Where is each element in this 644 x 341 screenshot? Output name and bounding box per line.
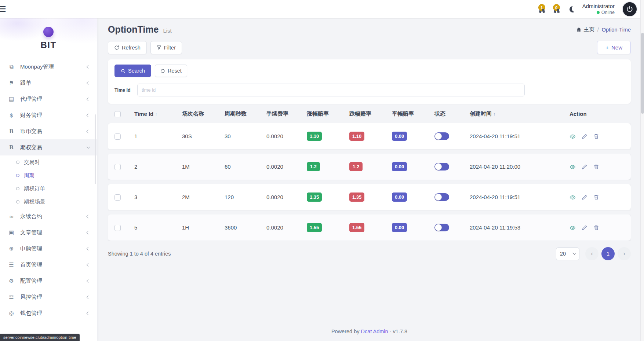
status-toggle[interactable] (434, 132, 449, 140)
delete-trash-icon[interactable] (593, 133, 599, 139)
page-size-select[interactable]: 20 (556, 247, 579, 260)
sidebar-item-subscription[interactable]: ⊕ 申购管理 (0, 241, 97, 257)
header-flat-rate: 平幅赔率 (389, 109, 432, 119)
sidebar-item-follow-orders[interactable]: ⚑ 跟单 (0, 75, 97, 91)
footer-version: v1.7.8 (393, 329, 408, 334)
sidebar-item-finance[interactable]: $ 财务管理 (0, 107, 97, 123)
cell-fee: 0.0020 (263, 184, 304, 210)
delete-trash-icon[interactable] (593, 225, 599, 231)
sort-asc-icon: ↑ (155, 111, 157, 117)
user-info[interactable]: Administrator Online (582, 3, 615, 15)
edit-pencil-icon[interactable] (582, 164, 587, 170)
header-down-rate: 跌幅赔率 (346, 109, 389, 119)
medal-badge-icon-2[interactable]: 0 (553, 4, 560, 14)
chevron-left-icon (87, 129, 90, 133)
submenu-item-trading-pairs[interactable]: 交易对 (0, 155, 97, 169)
brand-logo-icon (43, 27, 54, 37)
hamburger-menu-icon[interactable]: ☰ (0, 5, 6, 14)
dark-mode-moon-icon[interactable] (568, 6, 575, 13)
list-icon: ☰ (7, 261, 15, 268)
edit-pencil-icon[interactable] (582, 225, 587, 231)
cell-time-id: 2 (131, 154, 179, 180)
breadcrumb-separator: / (597, 27, 599, 33)
current-page-button[interactable]: 1 (601, 247, 615, 260)
time-id-input[interactable] (137, 84, 525, 96)
sidebar-item-label: 跟单 (20, 80, 82, 87)
sidebar-item-moonpay[interactable]: ⧉ Moonpay管理 (0, 59, 97, 75)
cell-seconds: 3600 (222, 214, 263, 241)
row-checkbox[interactable] (114, 194, 121, 201)
cell-name: 2M (179, 184, 222, 210)
flag-icon: ⚑ (7, 80, 15, 86)
time-id-field-label: Time Id (114, 88, 137, 93)
toolbar: Refresh Filter + New (108, 41, 631, 54)
medal-badge-icon-1[interactable]: 1 (538, 4, 546, 14)
cell-fee: 0.0020 (263, 214, 304, 241)
view-eye-icon[interactable] (570, 164, 576, 170)
sidebar-item-agents[interactable]: ▤ 代理管理 (0, 91, 97, 107)
row-checkbox[interactable] (114, 133, 121, 140)
sidebar-item-config[interactable]: ⚙ 配置管理 (0, 273, 97, 289)
sidebar-item-homepage[interactable]: ☰ 首页管理 (0, 257, 97, 273)
select-all-checkbox[interactable] (114, 111, 121, 117)
reset-icon (160, 69, 165, 73)
edit-pencil-icon[interactable] (582, 194, 587, 200)
chevron-left-icon (87, 263, 90, 267)
sidebar-item-options-trading[interactable]: Ƀ 期权交易 (0, 139, 97, 155)
flat-rate-badge: 0.00 (392, 223, 407, 232)
cell-seconds: 30 (222, 123, 263, 149)
edit-pencil-icon[interactable] (582, 133, 587, 139)
row-checkbox[interactable] (114, 225, 121, 231)
user-status: Online (582, 10, 615, 16)
options-trading-submenu: 交易对 周期 期权订单 期权场景 (0, 155, 97, 208)
next-page-button[interactable]: › (618, 247, 631, 260)
sidebar-scrollbar-thumb[interactable] (95, 114, 96, 184)
chevron-left-icon (87, 65, 90, 69)
search-panel: Search Reset Time Id (108, 59, 631, 104)
sidebar-item-label: 币币交易 (20, 128, 82, 135)
status-toggle[interactable] (434, 224, 449, 231)
dcat-admin-link[interactable]: Dcat Admin (361, 329, 388, 334)
wallet-icon: ◎ (7, 310, 15, 316)
view-eye-icon[interactable] (570, 194, 576, 201)
header-time-id[interactable]: Time Id↑ (131, 109, 179, 119)
row-checkbox[interactable] (114, 164, 121, 170)
sidebar-nav: ⧉ Moonpay管理 ⚑ 跟单 ▤ 代理管理 $ 财务管理 B 币币交 (0, 59, 97, 321)
delete-trash-icon[interactable] (593, 194, 599, 200)
refresh-button[interactable]: Refresh (108, 41, 147, 54)
entries-summary: Showing1to4of4entries (108, 251, 172, 257)
chevron-down-icon (87, 145, 90, 149)
chevron-left-icon (87, 279, 90, 283)
table-row: 3 2M 120 0.0020 1.35 1.35 0.00 2024-04-2… (108, 184, 631, 210)
cell-time-id: 3 (131, 184, 179, 210)
credit-card-icon: ⧉ (7, 63, 15, 70)
new-button[interactable]: + New (597, 41, 631, 54)
top-navbar: ☰ 1 0 Administrator Online (0, 0, 644, 18)
header-created[interactable]: 创建时间↑ (467, 109, 567, 119)
online-label: Online (601, 10, 615, 16)
flat-rate-badge: 0.00 (392, 192, 407, 202)
sidebar-item-risk[interactable]: ☲ 风控管理 (0, 289, 97, 305)
status-toggle[interactable] (434, 193, 449, 201)
scrollbar-thumb[interactable] (641, 33, 644, 114)
sidebar-item-label: 风控管理 (20, 294, 82, 301)
prev-page-button[interactable]: ‹ (585, 247, 598, 260)
filter-label: Filter (164, 45, 176, 51)
breadcrumb-home-link[interactable]: 主页 (576, 26, 594, 33)
header-up-rate: 涨幅赔率 (304, 109, 346, 119)
filter-button[interactable]: Filter (150, 41, 182, 54)
view-eye-icon[interactable] (570, 133, 576, 140)
submenu-item-option-orders[interactable]: 期权订单 (0, 182, 97, 195)
delete-trash-icon[interactable] (593, 164, 599, 170)
user-avatar[interactable] (622, 1, 637, 17)
sidebar-item-spot-trading[interactable]: B 币币交易 (0, 123, 97, 139)
sidebar-item-perpetual[interactable]: ∞ 永续合约 (0, 208, 97, 224)
reset-button[interactable]: Reset (155, 65, 187, 77)
view-eye-icon[interactable] (570, 225, 576, 231)
status-toggle[interactable] (434, 163, 449, 170)
submenu-item-option-scenes[interactable]: 期权场景 (0, 195, 97, 208)
submenu-item-period[interactable]: 周期 (0, 169, 97, 182)
sidebar-item-articles[interactable]: ▣ 文章管理 (0, 224, 97, 241)
sidebar-item-wallet[interactable]: ◎ 钱包管理 (0, 305, 97, 321)
search-button[interactable]: Search (114, 65, 151, 77)
